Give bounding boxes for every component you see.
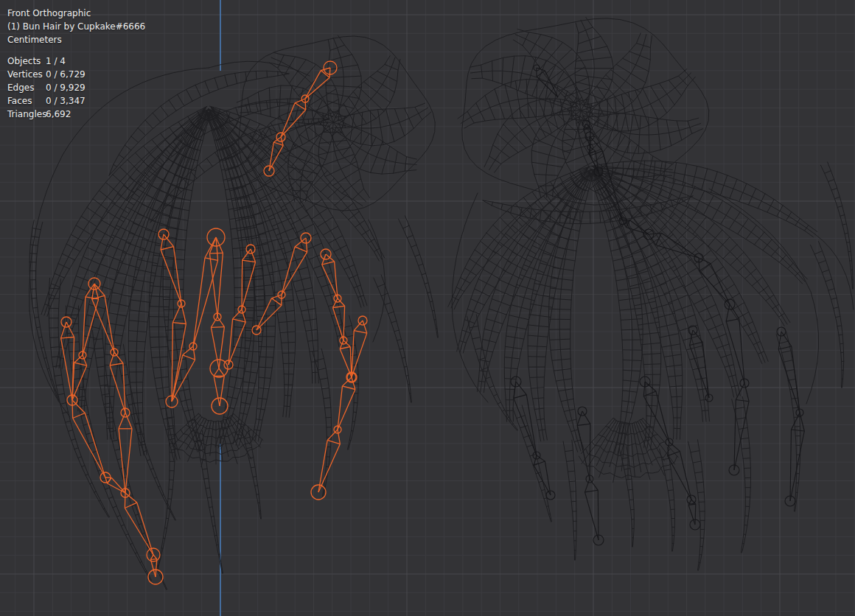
stat-edges: Edges 0 / 9,929 <box>7 81 145 94</box>
units-label: Centimeters <box>7 33 145 46</box>
stat-value: 6,692 <box>46 108 71 121</box>
stat-label: Edges <box>7 81 46 94</box>
stat-label: Faces <box>7 94 46 108</box>
stat-value: 0 / 6,729 <box>46 68 86 81</box>
3d-viewport[interactable]: Front Orthographic (1) Bun Hair by Cupka… <box>0 0 855 616</box>
scene-stats: Objects 1 / 4 Vertices 0 / 6,729 Edges 0… <box>7 55 145 121</box>
stat-faces: Faces 0 / 3,347 <box>7 94 145 108</box>
stat-label: Vertices <box>7 68 46 81</box>
viewport-text-overlay: Front Orthographic (1) Bun Hair by Cupka… <box>7 7 145 121</box>
stat-value: 0 / 3,347 <box>46 94 86 108</box>
stat-label: Objects <box>7 55 46 68</box>
stat-vertices: Vertices 0 / 6,729 <box>7 68 145 81</box>
stat-label: Triangles <box>7 108 46 121</box>
active-object-label: (1) Bun Hair by Cupkake#6666 <box>7 20 145 33</box>
view-label: Front Orthographic <box>7 7 145 20</box>
stat-value: 1 / 4 <box>46 55 66 68</box>
stat-value: 0 / 9,929 <box>46 81 86 94</box>
stat-objects: Objects 1 / 4 <box>7 55 145 68</box>
stat-triangles: Triangles 6,692 <box>7 108 145 121</box>
